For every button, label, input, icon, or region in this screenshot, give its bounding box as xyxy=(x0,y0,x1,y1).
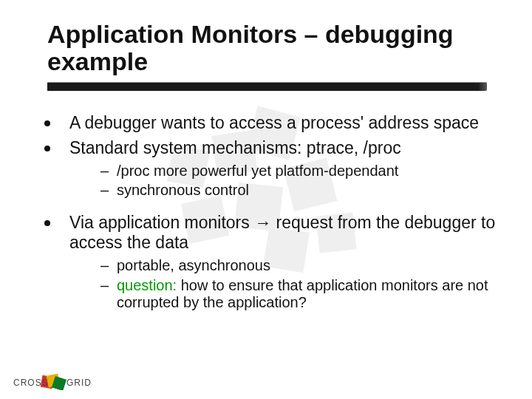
bullet-2-sub-1: /proc more powerful yet platfom-dependan… xyxy=(100,163,497,180)
bullet-2: Standard system mechanisms: ptrace, /pro… xyxy=(44,138,497,200)
bullet-list: A debugger wants to access a process' ad… xyxy=(44,113,497,311)
slide-body: A debugger wants to access a process' ad… xyxy=(0,91,532,311)
logo-icon: CROSS GRID xyxy=(13,374,95,390)
bullet-3-sub-1: portable, asynchronous xyxy=(100,257,497,275)
bullet-3-sublist: portable, asynchronous question: how to … xyxy=(69,257,497,312)
bullet-2-text: Standard system mechanisms: ptrace, /pro… xyxy=(69,138,401,157)
crossgrid-logo: CROSS GRID xyxy=(13,374,95,393)
bullet-2-sublist: /proc more powerful yet platfom-dependan… xyxy=(69,163,497,200)
bullet-1: A debugger wants to access a process' ad… xyxy=(44,113,497,133)
title-block: Application Monitors – debugging example xyxy=(0,0,532,91)
slide-title: Application Monitors – debugging example xyxy=(47,21,502,75)
title-underline xyxy=(47,82,487,91)
bullet-3: Via application monitors → request from … xyxy=(44,213,497,312)
question-label: question: xyxy=(117,277,177,293)
logo-text-right: GRID xyxy=(66,378,92,388)
arrow-icon: → xyxy=(254,213,271,232)
bullet-3-pre: Via application monitors xyxy=(69,213,254,232)
bullet-2-sub-2: synchronous control xyxy=(100,182,497,200)
logo-text-left: CROSS xyxy=(13,378,49,388)
slide: Application Monitors – debugging example… xyxy=(0,0,532,399)
bullet-3-sub-2: question: how to ensure that application… xyxy=(100,277,497,312)
